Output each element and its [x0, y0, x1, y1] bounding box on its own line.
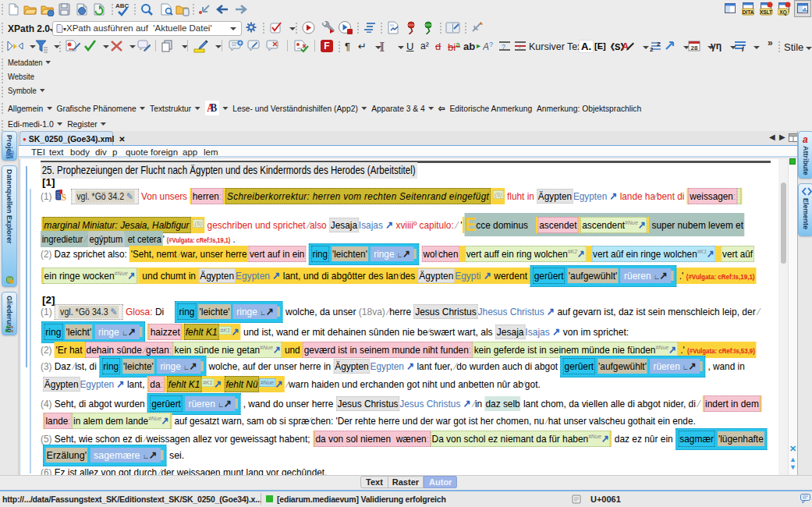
svg-text:A: A	[483, 41, 489, 51]
svg-text:a: a	[803, 134, 808, 144]
svg-text:A: A	[622, 41, 629, 52]
svg-text:i: i	[742, 44, 744, 51]
svg-text:2: 2	[650, 46, 654, 51]
svg-text:2: 2	[657, 41, 661, 48]
svg-text:↓: ↓	[518, 43, 521, 50]
svg-text:28: 28	[691, 44, 698, 51]
svg-text:DITA: DITA	[743, 9, 754, 15]
svg-text:XQ: XQ	[779, 9, 786, 16]
svg-text:XSLT: XSLT	[760, 9, 772, 15]
svg-text:?: ?	[502, 43, 505, 51]
svg-text:?: ?	[489, 41, 493, 48]
svg-text:S: S	[62, 191, 67, 202]
